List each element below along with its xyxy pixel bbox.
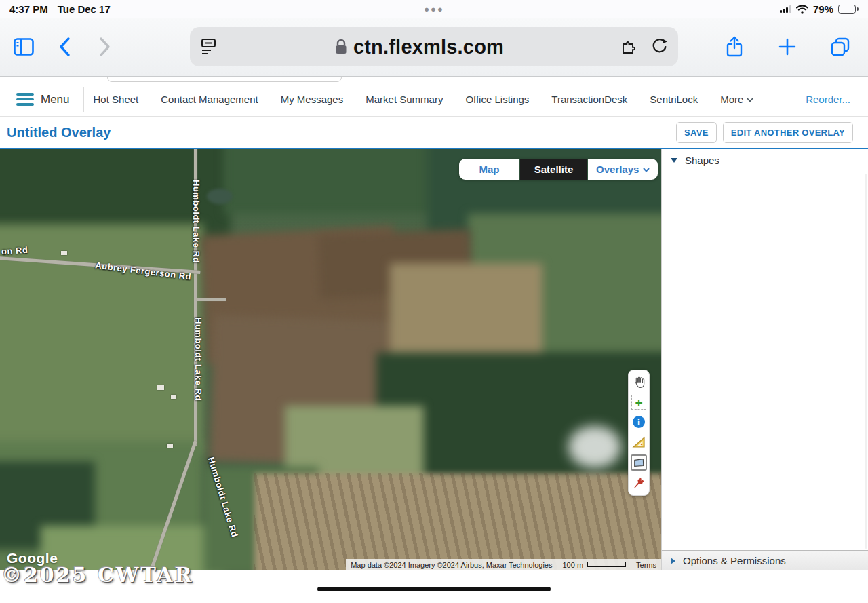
shapes-panel-body [662,172,868,550]
road-label-humboldt-lake-rd: Humboldt Lake Rd [193,317,203,401]
draw-polygon-icon[interactable] [631,454,647,471]
battery-percent: 79% [813,3,833,15]
save-button[interactable]: SAVE [676,122,717,143]
chevron-down-icon [643,166,650,173]
ios-status-bar: 4:37 PM Tue Dec 17 ●●● 79% [0,0,868,18]
flexmls-nav-bar: Menu Hot Sheet Contact Management My Mes… [0,83,868,117]
expand-triangle-icon [671,558,675,564]
satellite-view-button[interactable]: Satellite [520,159,587,180]
multitasking-dots-icon[interactable]: ●●● [424,4,444,14]
cloud [568,426,621,468]
nav-item-sentrilock[interactable]: SentriLock [650,94,698,105]
sidebar-toggle-icon[interactable] [12,35,35,58]
nav-item-transactiondesk[interactable]: TransactionDesk [551,94,627,105]
hamburger-icon [16,93,34,106]
nav-item-contact-management[interactable]: Contact Management [161,94,258,105]
address-bar[interactable]: ctn.flexmls.com [190,27,678,66]
scale-control: 100 m [557,559,631,570]
page-title: Untitled Overlay [7,125,111,140]
info-icon[interactable]: i [631,414,647,430]
terms-link[interactable]: Terms [631,559,661,570]
share-icon[interactable] [723,35,746,58]
scale-bar [587,562,626,567]
new-tab-plus-icon[interactable] [776,35,799,58]
nav-item-my-messages[interactable]: My Messages [281,94,344,105]
extensions-icon[interactable] [621,39,639,55]
drawing-tool-palette: + i [628,370,650,496]
safari-toolbar: ctn.flexmls.com [0,18,868,77]
chevron-down-icon [747,96,753,103]
building [171,395,176,399]
toolbar-gap [0,77,868,83]
back-button-icon[interactable] [53,35,76,58]
map-type-controls: Map Satellite Overlays [459,159,658,180]
scrollbar-track[interactable] [865,174,867,549]
edit-another-overlay-button[interactable]: EDIT ANOTHER OVERLAY [723,122,853,143]
building [167,444,173,448]
date: Tue Dec 17 [58,3,111,15]
pan-hand-icon[interactable] [631,374,647,391]
add-plus-icon[interactable]: + [631,395,646,410]
menu-label: Menu [41,93,70,106]
pin-icon[interactable] [631,475,647,491]
nav-item-market-summary[interactable]: Market Summary [366,94,443,105]
forest-patch [224,149,434,214]
shapes-panel-header[interactable]: Shapes [662,149,868,172]
map-canvas[interactable]: Humboldt Lake Rd Humboldt Lake Rd Humbol… [0,149,661,570]
road-label-humboldt-lake-rd: Humboldt Lake Rd [191,180,201,263]
reorder-link[interactable]: Reorder... [806,94,850,105]
collapse-triangle-icon [671,158,677,163]
map-attribution: Map data ©2024 Imagery ©2024 Airbus, Max… [346,559,661,570]
field-rows-texture [254,473,661,570]
wifi-icon [796,5,808,14]
nav-item-office-listings[interactable]: Office Listings [465,94,529,105]
shapes-label: Shapes [685,155,719,166]
clock: 4:37 PM [9,3,48,15]
nav-divider [83,87,84,112]
overlays-dropdown-button[interactable]: Overlays [588,159,658,180]
overlay-sidebar: Shapes Options & Permissions [661,149,868,570]
pond [207,189,233,204]
building [157,385,164,390]
tab-overview-icon[interactable] [829,35,852,58]
svg-text:i: i [637,417,641,427]
url-text[interactable]: ctn.flexmls.com [353,36,504,58]
reload-icon[interactable] [651,38,667,56]
forward-button-icon[interactable] [94,35,117,58]
copyright-watermark: ©2025 CWTAR [1,563,193,587]
road [197,298,226,301]
nav-item-more[interactable]: More [720,94,753,105]
options-permissions-header[interactable]: Options & Permissions [662,550,868,570]
building [61,251,67,255]
map-view-button[interactable]: Map [459,159,519,180]
nav-item-hot-sheet[interactable]: Hot Sheet [94,94,139,105]
attribution-text: Map data ©2024 Imagery ©2024 Airbus, Max… [346,559,557,570]
road-label-partial: on Rd [1,245,28,257]
title-bar: Untitled Overlay SAVE EDIT ANOTHER OVERL… [0,117,868,148]
menu-button[interactable]: Menu [8,93,79,106]
search-field-partial[interactable] [107,77,342,82]
battery-icon [838,5,859,14]
home-indicator[interactable] [317,587,551,591]
options-label: Options & Permissions [683,555,786,566]
cellular-signal-icon [780,5,791,13]
page-format-icon[interactable] [201,38,217,56]
lock-icon [334,38,348,56]
measure-ruler-icon[interactable] [631,434,647,450]
